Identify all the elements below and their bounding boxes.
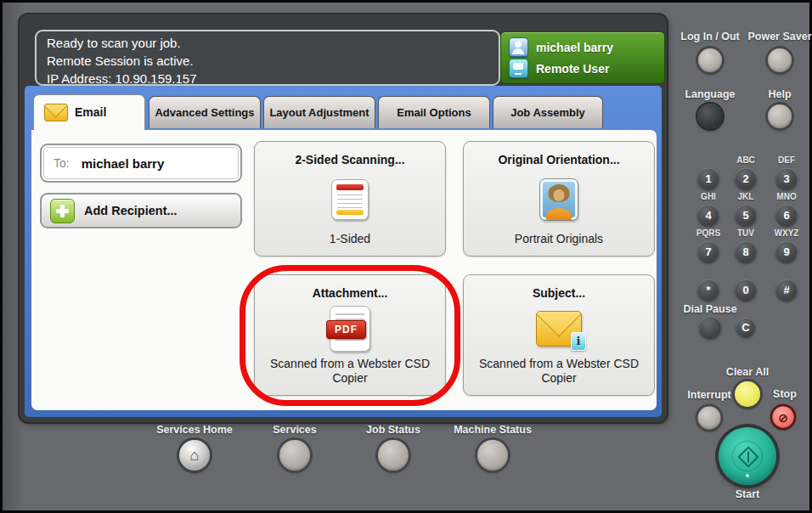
services-label: Services: [273, 424, 316, 436]
user-icon: [509, 37, 528, 57]
pdf-document-icon: PDF: [330, 306, 370, 352]
power-saver-label: Power Saver: [747, 31, 811, 42]
tab-advanced-settings-label: Advanced Settings: [155, 106, 254, 119]
interrupt-label: Interrupt: [687, 389, 730, 401]
tile-2-sided-scanning[interactable]: 2-Sided Scanning... 1-Sided: [254, 141, 446, 256]
stop-label: Stop: [773, 388, 797, 400]
language-button[interactable]: [697, 104, 723, 129]
log-in-out-label: Log In / Out: [680, 31, 739, 42]
email-service-panel: Email Advanced Settings Layout Adjustmen…: [25, 86, 662, 417]
user-name: michael barry: [536, 41, 613, 54]
stop-icon: ⊘: [778, 410, 788, 424]
status-message-area: Ready to scan your job. Remote Session i…: [35, 30, 500, 86]
touchscreen: Ready to scan your job. Remote Session i…: [20, 14, 667, 422]
job-status-button[interactable]: [378, 440, 409, 471]
help-label: Help: [768, 88, 791, 100]
keypad-3[interactable]: 3: [776, 168, 798, 189]
clear-all-button[interactable]: [735, 381, 760, 407]
add-recipient-label: Add Recipient...: [84, 204, 178, 217]
keypad-pound[interactable]: #: [776, 279, 798, 301]
add-recipient-button[interactable]: Add Recipient...: [40, 193, 242, 228]
home-icon: ⌂: [190, 447, 200, 465]
tile-orientation-value: Portrait Originals: [467, 232, 651, 246]
status-line-session: Remote Session is active.: [47, 52, 488, 70]
stop-button[interactable]: ⊘: [773, 407, 794, 428]
keypad-7[interactable]: 7: [698, 241, 719, 262]
tab-job-assembly-label: Job Assembly: [510, 106, 585, 119]
email-tab-content: To: michael barry Add Recipient... 2-Sid…: [31, 130, 657, 410]
clear-all-label: Clear All: [726, 366, 769, 378]
tile-subject-value: Scanned from a Webster CSD Copier: [467, 357, 651, 386]
keypad-2[interactable]: 2: [736, 168, 757, 189]
tile-2-sided-value: 1-Sided: [258, 232, 442, 246]
tile-attachment[interactable]: Attachment... PDF Scanned from a Webster…: [254, 274, 446, 396]
tile-orientation-title: Original Orientation...: [498, 153, 619, 166]
dial-pause-label: Dial Pause: [683, 303, 736, 315]
to-value: michael barry: [82, 156, 165, 171]
tab-email-label: Email: [75, 106, 106, 119]
tile-2-sided-title: 2-Sided Scanning...: [295, 153, 404, 166]
tile-subject[interactable]: Subject... i Scanned from a Webster CSD …: [463, 274, 655, 396]
help-button[interactable]: [768, 104, 792, 128]
pdf-label: PDF: [326, 320, 366, 339]
keypad-4[interactable]: 4: [698, 205, 719, 226]
tile-attachment-title: Attachment...: [313, 286, 388, 300]
user-role: Remote User: [536, 62, 609, 76]
start-label: Start: [736, 488, 759, 500]
interrupt-button[interactable]: [698, 407, 721, 430]
tab-job-assembly[interactable]: Job Assembly: [493, 96, 603, 128]
services-home-label: Services Home: [156, 424, 233, 436]
start-button[interactable]: [719, 427, 776, 485]
logged-in-user-badge[interactable]: michael barry Remote User: [500, 31, 665, 84]
keypad-letters-wxyz: WXYZ: [775, 228, 799, 238]
keypad-letters-tuv: TUV: [737, 228, 754, 238]
services-button[interactable]: [279, 440, 310, 471]
machine-status-button[interactable]: [477, 440, 508, 471]
tab-email-options[interactable]: Email Options: [378, 96, 490, 128]
tab-advanced-settings[interactable]: Advanced Settings: [149, 96, 261, 128]
tab-email[interactable]: Email: [33, 94, 145, 130]
tile-original-orientation[interactable]: Original Orientation... Portrait Origina…: [463, 141, 655, 256]
to-label: To:: [54, 156, 70, 170]
remote-user-icon: [509, 59, 528, 78]
one-sided-page-icon: [331, 179, 369, 220]
machine-status-label: Machine Status: [454, 424, 532, 436]
to-recipient-field[interactable]: To: michael barry: [40, 144, 242, 183]
services-home-button[interactable]: ⌂: [179, 440, 210, 471]
power-saver-button[interactable]: [768, 48, 792, 72]
portrait-person-icon: [539, 178, 578, 221]
tile-attachment-value: Scanned from a Webster CSD Copier: [258, 357, 442, 386]
tab-layout-adjustment[interactable]: Layout Adjustment: [263, 96, 375, 128]
status-line-ready: Ready to scan your job.: [47, 34, 488, 52]
keypad-letters-jkl: JKL: [738, 192, 754, 201]
tile-subject-title: Subject...: [533, 286, 585, 300]
keypad-6[interactable]: 6: [776, 205, 798, 226]
language-label: Language: [685, 88, 735, 100]
keypad-9[interactable]: 9: [776, 241, 798, 262]
keypad-letters-abc: ABC: [736, 155, 755, 165]
email-envelope-icon: [44, 104, 68, 121]
job-status-label: Job Status: [366, 424, 420, 436]
keypad-letters-ghi: GHI: [701, 192, 716, 201]
keypad-0[interactable]: 0: [736, 279, 757, 301]
copier-control-panel: Ready to scan your job. Remote Session i…: [0, 0, 812, 513]
info-icon: i: [571, 332, 586, 351]
keypad-letters-mno: MNO: [776, 192, 796, 201]
subject-envelope-icon: i: [536, 311, 582, 347]
status-line-ip: IP Address: 10.90.159.157: [47, 70, 488, 87]
keypad-letters-pqrs: PQRS: [696, 228, 720, 238]
tab-email-options-label: Email Options: [397, 106, 471, 119]
keypad-1[interactable]: 1: [698, 168, 719, 189]
log-in-out-button[interactable]: [698, 48, 722, 72]
tab-layout-adjustment-label: Layout Adjustment: [269, 106, 369, 119]
plus-icon: [50, 199, 75, 223]
keypad-8[interactable]: 8: [736, 241, 757, 262]
keypad-letters-def: DEF: [778, 155, 795, 165]
keypad-star[interactable]: *: [698, 279, 719, 301]
clear-button[interactable]: C: [736, 318, 755, 336]
keypad-5[interactable]: 5: [736, 205, 757, 226]
dial-pause-button[interactable]: [699, 316, 721, 338]
